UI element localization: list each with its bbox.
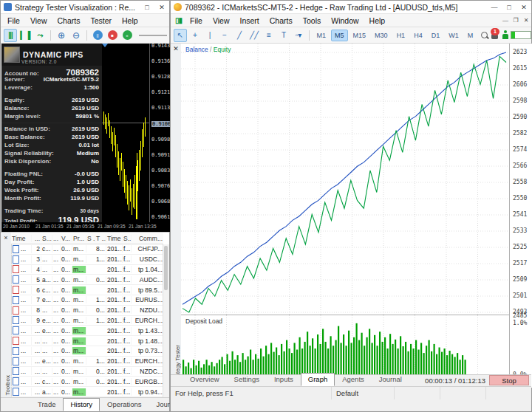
zoom-out-icon[interactable]: ⊖	[69, 29, 83, 42]
stop-button[interactable]: Stop	[489, 375, 529, 385]
bars-icon[interactable]: |||	[4, 29, 17, 42]
column-header[interactable]: V...	[61, 235, 72, 242]
table-row[interactable]: ...8......0...m...0...201...f...NZDU...	[11, 306, 163, 316]
pause-icon[interactable]: ||	[91, 29, 104, 42]
cursor-icon[interactable]: ↖	[174, 29, 187, 42]
child-minimize-icon[interactable]: —	[500, 17, 511, 24]
time-axis[interactable]: 20 Jan 201021 Jan 01:3521 Jan 05:3521 Ja…	[1, 222, 170, 232]
table-row[interactable]: ............0...m...0...201...f...NZDC..…	[11, 367, 163, 377]
menu-item-help[interactable]: Help	[117, 15, 143, 27]
timeframe-h4[interactable]: H4	[410, 30, 426, 41]
column-header[interactable]: ...	[52, 235, 61, 242]
table-row[interactable]: ......c......0...m...0...201...f...EURGB…	[11, 377, 163, 387]
price-scale[interactable]: 0.914360.913610.912860.912110.911360.910…	[149, 44, 170, 222]
equidistant-lines-icon[interactable]: ≡	[262, 29, 276, 42]
menu-item-tools[interactable]: Tools	[298, 15, 327, 27]
left-titlebar[interactable]: Strategy Tester Visualization : Re... □ …	[1, 1, 169, 14]
column-header[interactable]: ...	[32, 235, 41, 242]
menu-item-file[interactable]: File	[2, 15, 25, 27]
vertical-line-icon[interactable]: |	[203, 29, 216, 42]
table-row[interactable]: ......a......0...m...201...f...tp 0.94..…	[11, 387, 163, 397]
main-plot[interactable]	[181, 44, 509, 315]
timeframe-d1[interactable]: D1	[428, 30, 444, 41]
table-row[interactable]: ...7e......0...m...1...201...f...EURUS..…	[11, 295, 163, 306]
history-table[interactable]: Time...S......V...Pr...S ...T ...TimeS..…	[11, 233, 163, 399]
timeframe-m30[interactable]: M30	[371, 30, 392, 41]
status-profile[interactable]: Default	[332, 387, 395, 399]
column-header[interactable]: T ...	[95, 235, 106, 242]
table-row[interactable]: ...6c......0...m...201...f...tp 89.5...	[11, 285, 163, 295]
child-restore-icon[interactable]: ❐	[511, 17, 521, 24]
close-icon[interactable]: ✕	[154, 4, 169, 11]
table-row[interactable]: ............0...m...201...f...tp 1.48...	[11, 336, 163, 346]
column-header[interactable]: Time	[106, 235, 123, 242]
table-row[interactable]: ...3......0...m...1...201...f...USDC...	[11, 255, 163, 265]
timeframe-m1[interactable]: M1	[313, 30, 330, 41]
tester-tab-graph[interactable]: Graph	[301, 373, 335, 386]
close-icon[interactable]: ×	[1, 233, 10, 242]
table-row[interactable]: ...4......0...m...201...f...tp 1.04...	[11, 265, 163, 275]
text-icon[interactable]: T	[277, 29, 290, 42]
close-icon[interactable]: ✕	[516, 4, 531, 11]
tester-tab-agents[interactable]: Agents	[335, 373, 372, 386]
menu-item-window[interactable]: Window	[326, 15, 364, 27]
table-row[interactable]: ...5a......0...m...0...201...f...AUDC...	[11, 275, 163, 285]
timeframe-m[interactable]: M	[464, 30, 477, 41]
channel-icon[interactable]: ╱╱	[248, 29, 261, 42]
shapes-icon[interactable]: ▫▾	[292, 29, 305, 42]
notifications-icon[interactable]: 1	[491, 30, 497, 41]
zoom-in-icon[interactable]: ⊕	[55, 29, 68, 42]
child-close-icon[interactable]: ✕	[521, 17, 531, 24]
balance-equity-chart[interactable]: Balance / Equity Deposit Load 2010.01.02…	[181, 44, 509, 388]
crosshair-icon[interactable]: +	[188, 29, 202, 42]
menu-item-charts[interactable]: Charts	[52, 15, 86, 27]
menu-item-view[interactable]: View	[208, 15, 235, 27]
tab-operations[interactable]: Operations	[100, 398, 149, 411]
timeframe-m15[interactable]: M15	[349, 30, 370, 41]
column-header[interactable]: S...	[41, 235, 52, 242]
history-scrollbar[interactable]	[163, 244, 169, 399]
horizontal-line-icon[interactable]: −	[218, 29, 231, 42]
community-icon[interactable]	[501, 30, 506, 40]
tester-tab-overview[interactable]: Overview	[183, 373, 227, 386]
timeframe-w1[interactable]: W1	[445, 30, 463, 41]
menu-item-tester[interactable]: Tester	[85, 15, 117, 27]
value-scale[interactable]: 2623261526062598259025822574256625582550…	[509, 44, 532, 388]
column-header[interactable]: Time	[11, 235, 32, 242]
table-row[interactable]: ...9e......0...m...1...201...f...EURCH..…	[11, 316, 163, 326]
stop-icon[interactable]: ■	[106, 29, 119, 42]
search-icon[interactable]	[480, 31, 485, 40]
table-row[interactable]: ......e......0...m...201...f...tp 1.43..…	[11, 326, 163, 336]
tab-trade[interactable]: Trade	[30, 398, 63, 411]
column-header[interactable]: Pr...	[72, 235, 86, 242]
maximize-icon[interactable]: □	[140, 4, 154, 11]
tester-candle-chart[interactable]: 0.914360.913610.912860.912110.911360.910…	[1, 44, 170, 222]
table-row[interactable]: ............0...m...201...f...tp 0.73...	[11, 346, 163, 357]
timeframe-m5[interactable]: M5	[331, 30, 348, 41]
maximize-icon[interactable]: □	[502, 4, 516, 11]
table-row[interactable]: ...2c......0...m...8...201...f...CHFJP..…	[11, 244, 163, 255]
menu-item-view[interactable]: View	[25, 15, 52, 27]
tab-history[interactable]: History	[63, 398, 100, 411]
trendline-icon[interactable]: ╱	[233, 29, 246, 42]
speed-slider[interactable]	[139, 35, 167, 36]
menu-item-file[interactable]: File	[185, 15, 208, 27]
scrollbar-thumb[interactable]	[164, 246, 168, 290]
tester-tab-journal[interactable]: Journal	[372, 373, 409, 386]
column-header[interactable]: S ...	[86, 235, 95, 242]
candles-icon[interactable]: ▎▐	[18, 29, 32, 42]
menu-item-insert[interactable]: Insert	[235, 15, 265, 27]
right-titlebar[interactable]: 7089362 - ICMarketsSC-MT5-2 - Hedge - Ra…	[171, 1, 531, 14]
tester-tab-settings[interactable]: Settings	[227, 373, 267, 386]
column-header[interactable]: S...	[123, 235, 132, 242]
menu-item-help[interactable]: Help	[364, 15, 391, 27]
line-chart-icon[interactable]: ⤳	[33, 29, 47, 42]
minimize-icon[interactable]: —	[487, 4, 502, 11]
column-header[interactable]: Comm...	[132, 235, 163, 242]
close-icon[interactable]: ✕	[171, 44, 180, 53]
tester-tab-inputs[interactable]: Inputs	[267, 373, 301, 386]
menu-item-charts[interactable]: Charts	[265, 15, 298, 27]
timeframe-h1[interactable]: H1	[393, 30, 409, 41]
deposit-load-plot[interactable]: Deposit Load	[181, 315, 509, 380]
table-row[interactable]: ......e......0...m...1...201...f...EURCH…	[11, 357, 163, 367]
